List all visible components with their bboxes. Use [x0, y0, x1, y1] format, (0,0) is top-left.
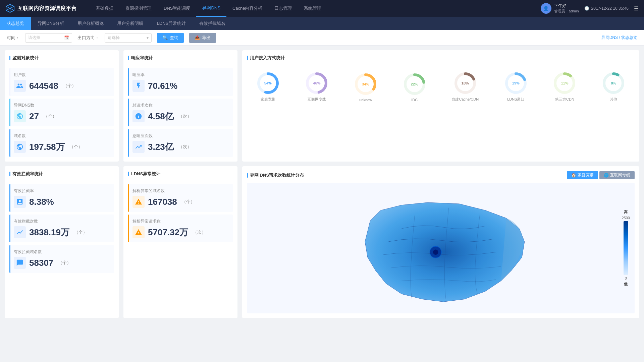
donut-percent: 54% — [264, 81, 272, 85]
map-toggle: 🏠 家庭宽带 🌐 互联网专线 — [567, 171, 635, 179]
sub-nav-block-domain[interactable]: 有效拦截域名 — [193, 17, 232, 30]
block-count-value: 3838.19万 — [29, 227, 69, 238]
ldns-stats-card: LDNS异常统计 解析异常的域名数 167038 （个） 解析异常请求数 — [123, 166, 237, 318]
search-icon: 🔍 — [162, 35, 168, 40]
total-response-label: 总响应次数 — [132, 133, 229, 139]
svg-point-21 — [433, 249, 438, 255]
request-icon — [132, 110, 145, 122]
user-count-value: 644548 — [29, 81, 58, 91]
legend-low-label: 低 — [624, 282, 628, 287]
sub-nav-user-detail[interactable]: 用户分析明细 — [110, 17, 150, 30]
dns-count-label: 异网DNS数 — [14, 103, 111, 108]
map-container: 高 2500 0 低 — [247, 183, 635, 313]
export-button[interactable]: 📤 导出 — [189, 33, 216, 43]
donut-percent: 34% — [362, 82, 369, 86]
pie-item: 46%互联网专线 — [305, 71, 328, 102]
pie-item: 19%LDNS递归 — [504, 71, 528, 102]
main-nav: 基础数据 资源探测管理 DNS智能调度 异网DNS Cache内容分析 日志管理… — [90, 0, 541, 17]
pie-item: 34%unknow — [354, 72, 377, 102]
donut-chart: 22% — [403, 72, 426, 96]
user-access-title: 用户接入方式统计 — [247, 55, 635, 64]
user-info: 下午好 管理员：admin — [554, 3, 579, 14]
nav-item-log[interactable]: 日志管理 — [268, 0, 298, 17]
pie-item: 22%IDC — [403, 72, 426, 102]
nav-item-dns[interactable]: DNS智能调度 — [158, 0, 196, 17]
ldns-stats-title: LDNS异常统计 — [128, 171, 233, 180]
response-rate-item: 响应率 70.61% — [128, 68, 233, 96]
block-rate-label: 有效拦截率 — [14, 188, 111, 194]
sub-nav: 状态总览 异网DNS分析 用户分析概览 用户分析明细 LDNS异常统计 有效拦截… — [0, 17, 644, 30]
sub-nav-ldns-abnormal[interactable]: LDNS异常统计 — [150, 17, 193, 30]
users-icon — [14, 80, 26, 92]
flash-icon — [132, 80, 145, 92]
total-response-unit: （次） — [178, 144, 192, 150]
nav-item-resource[interactable]: 资源探测管理 — [119, 0, 158, 17]
donut-chart: 19% — [504, 71, 528, 95]
user-access-card: 用户接入方式统计 54%家庭宽带46%互联网专线34%unknow22%IDC1… — [242, 50, 639, 162]
domain-count-unit: （个） — [69, 144, 83, 150]
monitor-stats-card: 监测对象统计 用户数 644548 （个） 异网DNS数 — [5, 50, 119, 162]
nav-item-cache[interactable]: Cache内容分析 — [226, 0, 269, 17]
donut-percent: 11% — [561, 81, 568, 85]
legend-bar — [624, 221, 628, 275]
pie-label: 第三方CDN — [555, 97, 574, 102]
map-card: 异网 DNS请求次数统计分布 🏠 家庭宽带 🌐 互联网专线 — [242, 166, 639, 318]
sub-nav-overview[interactable]: 状态总览 — [0, 17, 31, 30]
home-icon: 🏠 — [571, 173, 576, 178]
block-domain-label: 有效拦截域名数 — [14, 249, 111, 255]
dns-count-value: 27 — [29, 111, 39, 122]
user-role: 管理员：admin — [554, 9, 579, 14]
user-count-item: 用户数 644548 （个） — [9, 68, 114, 96]
donut-percent: 19% — [512, 81, 520, 85]
time-label: 时间： — [7, 35, 20, 41]
time-input[interactable]: 请选择 📅 — [25, 33, 72, 43]
total-response-value: 3.23亿 — [148, 141, 174, 153]
block-count-item: 有效拦截次数 3838.19万 （个） — [9, 215, 114, 242]
donut-chart: 11% — [553, 71, 576, 95]
nav-item-basic[interactable]: 基础数据 — [90, 0, 119, 17]
pie-label: unknow — [359, 98, 372, 102]
ldns-request-value: 5707.32万 — [148, 227, 188, 238]
nav-item-system[interactable]: 系统管理 — [298, 0, 327, 17]
response-rate-label: 响应率 — [132, 72, 229, 78]
pie-item: 18%自建Cache/CDN — [451, 71, 479, 102]
time-placeholder: 请选择 — [28, 35, 40, 41]
internet-icon: 🌐 — [604, 173, 609, 178]
donut-chart: 8% — [602, 71, 625, 95]
datetime-area: 🕐 2017-12-22 16:35:46 — [584, 6, 629, 11]
legend-low-value: 0 — [625, 276, 627, 280]
app-logo: 互联网内容资源调度平台 — [5, 4, 76, 13]
map-title: 异网 DNS请求次数统计分布 — [247, 172, 304, 178]
nav-item-alien-dns[interactable]: 异网DNS — [196, 0, 226, 17]
response-icon — [132, 141, 145, 153]
map-btn-internet[interactable]: 🌐 互联网专线 — [599, 171, 635, 179]
direction-select[interactable]: 请选择 ▾ — [105, 33, 152, 43]
domain-count-value: 197.58万 — [29, 141, 65, 153]
donut-chart: 34% — [354, 72, 377, 96]
map-btn-home[interactable]: 🏠 家庭宽带 — [567, 171, 598, 179]
pie-label: 家庭宽带 — [261, 97, 275, 102]
pie-label: 互联网专线 — [308, 97, 326, 102]
app-title: 互联网内容资源调度平台 — [17, 5, 76, 12]
block-count-label: 有效拦截次数 — [14, 219, 111, 224]
filter-bar: 时间： 请选择 📅 出口方向： 请选择 ▾ 🔍 查询 📤 导出 异网DNS / … — [0, 30, 644, 46]
total-request-item: 总请求次数 4.58亿 （次） — [128, 99, 233, 126]
menu-icon[interactable]: ☰ — [634, 5, 639, 12]
block-rate-item: 有效拦截率 8.38% — [9, 184, 114, 212]
dns-count-unit: （个） — [44, 113, 57, 119]
warning-icon — [132, 196, 145, 208]
avatar: 👤 — [541, 3, 551, 14]
china-map-svg — [276, 189, 606, 307]
query-button[interactable]: 🔍 查询 — [157, 33, 184, 43]
sub-nav-analysis[interactable]: 异网DNS分析 — [31, 17, 71, 30]
user-greeting: 下午好 — [554, 3, 579, 9]
donut-chart: 46% — [305, 71, 328, 95]
user-count-unit: （个） — [63, 83, 76, 89]
pie-label: 其他 — [610, 97, 617, 102]
legend-high-value: 2500 — [622, 216, 630, 220]
pie-item: 11%第三方CDN — [553, 71, 576, 102]
response-stats-card: 响应率统计 响应率 70.61% 总请求次数 4 — [123, 50, 237, 162]
direction-label: 出口方向： — [77, 35, 99, 41]
sub-nav-user-overview[interactable]: 用户分析概览 — [71, 17, 110, 30]
datetime-display: 2017-12-22 16:35:46 — [591, 6, 629, 11]
